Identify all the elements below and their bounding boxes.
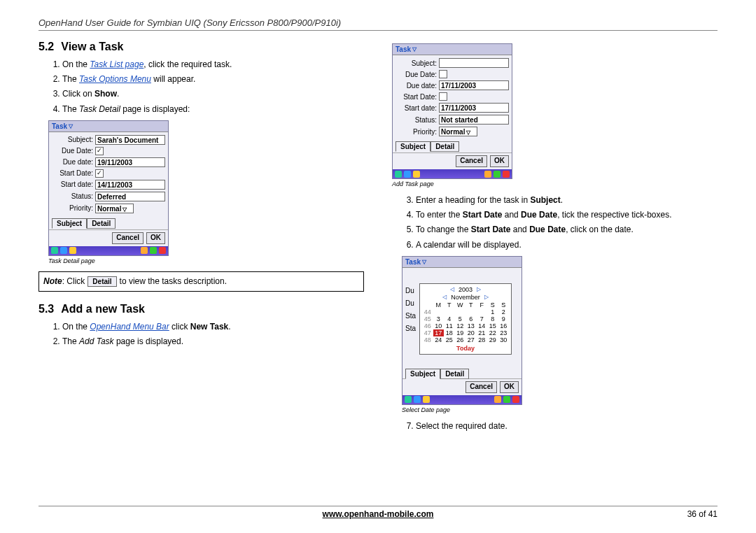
bluetooth-icon — [414, 396, 421, 403]
note-box: Note: Click Detail to view the tasks des… — [38, 271, 364, 292]
battery-icon — [493, 171, 500, 178]
step-5-3-1: On the OpenHand Menu Bar click New Task. — [62, 321, 364, 332]
task-options-menu-link[interactable]: Task Options Menu — [79, 74, 151, 84]
bluetooth-icon — [404, 171, 411, 178]
prev-year-icon[interactable]: ◁ — [450, 286, 454, 292]
select-date-caption: Select Date page — [402, 406, 718, 413]
status-icon — [69, 247, 76, 254]
header-rule — [38, 30, 718, 31]
section-5-2-heading: 5.2View a Task — [38, 41, 364, 53]
ok-button[interactable]: OK — [490, 155, 509, 167]
dropdown-icon: ▽ — [422, 259, 426, 265]
cancel-button[interactable]: Cancel — [456, 155, 487, 167]
signal-icon — [51, 247, 58, 254]
next-month-icon[interactable]: ▷ — [484, 294, 489, 300]
task-detail-screenshot: Task▽ Subject:Sarah's Document Due Date:… — [48, 120, 169, 256]
tab-detail[interactable]: Detail — [440, 369, 469, 379]
close-icon — [159, 247, 166, 254]
tab-subject[interactable]: Subject — [405, 369, 440, 379]
task-detail-caption: Task Detail page — [48, 257, 364, 264]
signal-icon — [405, 396, 412, 403]
steps-5-3-left: On the OpenHand Menu Bar click New Task.… — [38, 321, 364, 347]
calendar-popup[interactable]: ◁2003▷ ◁November▷ MTWTFSS 4412 453456789… — [419, 283, 512, 355]
close-icon — [503, 171, 510, 178]
ok-button[interactable]: OK — [146, 232, 165, 244]
battery-icon — [150, 247, 157, 254]
page-number: 36 of 41 — [687, 509, 718, 519]
calendar-grid[interactable]: MTWTFSS 4412 453456789 4610111213141516 … — [422, 301, 509, 343]
step-5-3-7: Select the required date. — [416, 420, 718, 432]
status-field[interactable]: Not started — [439, 115, 509, 125]
page-footer: www.openhand-mobile.com 36 of 41 — [38, 506, 718, 519]
step-5-3-5: To change the Start Date and Due Date, c… — [416, 224, 718, 235]
phone-statusbar — [402, 395, 522, 404]
subject-field[interactable] — [439, 58, 509, 68]
right-column: Task▽ Subject: Due Date: Due date:17/11/… — [392, 41, 718, 437]
due-date-field[interactable]: 17/11/2003 — [439, 80, 509, 90]
phone-menubar[interactable]: Task▽ — [402, 257, 522, 268]
select-date-screenshot: Task▽ Du Du Sta Sta ◁2003▷ ◁November▷ MT… — [402, 256, 522, 405]
step-5-3-3: Enter a heading for the task in Subject. — [416, 194, 718, 206]
step-5-2-2: The Task Options Menu will appear. — [62, 73, 364, 85]
phone-menubar[interactable]: Task▽ — [49, 121, 168, 132]
phone-statusbar — [49, 246, 168, 255]
task-list-page-link[interactable]: Task List page — [90, 59, 144, 69]
signal-icon — [395, 171, 402, 178]
step-5-2-3: Click on Show. — [62, 88, 364, 99]
steps-5-3-right-2: Select the required date. — [392, 420, 718, 432]
cancel-button[interactable]: Cancel — [112, 232, 144, 244]
footer-site-link[interactable]: www.openhand-mobile.com — [323, 509, 434, 519]
next-year-icon[interactable]: ▷ — [477, 286, 481, 292]
tab-subject[interactable]: Subject — [52, 218, 87, 229]
step-5-2-4: The Task Detail page is displayed: — [62, 104, 364, 115]
ok-button[interactable]: OK — [500, 381, 519, 393]
add-task-screenshot: Task▽ Subject: Due Date: Due date:17/11/… — [392, 43, 512, 179]
step-5-3-4: To enter the Start Date and Due Date, ti… — [416, 209, 718, 220]
dropdown-icon: ▽ — [69, 123, 73, 129]
left-column: 5.2View a Task On the Task List page, cl… — [38, 41, 364, 437]
today-button[interactable]: Today — [422, 345, 509, 352]
tab-subject[interactable]: Subject — [396, 141, 430, 152]
due-date-field[interactable]: 19/11/2003 — [95, 157, 165, 167]
start-date-checkbox[interactable] — [439, 92, 447, 101]
volume-icon — [141, 247, 148, 254]
phone-menubar[interactable]: Task▽ — [393, 44, 512, 55]
tab-detail[interactable]: Detail — [87, 218, 115, 229]
openhand-menu-bar-link[interactable]: OpenHand Menu Bar — [90, 322, 169, 332]
steps-5-3-right: Enter a heading for the task in Subject.… — [392, 194, 718, 250]
status-icon — [423, 396, 430, 403]
phone-statusbar — [393, 169, 512, 178]
step-5-2-1: On the Task List page, click the require… — [62, 59, 364, 70]
prev-month-icon[interactable]: ◁ — [442, 294, 447, 300]
bluetooth-icon — [60, 247, 67, 254]
due-date-checkbox[interactable] — [95, 147, 104, 155]
detail-button-icon: Detail — [88, 276, 116, 287]
tab-detail[interactable]: Detail — [430, 141, 459, 152]
battery-icon — [503, 396, 510, 403]
dropdown-icon: ▽ — [412, 46, 416, 52]
volume-icon — [484, 171, 491, 178]
start-date-field[interactable]: 14/11/2003 — [95, 180, 165, 190]
start-date-field[interactable]: 17/11/2003 — [439, 103, 509, 113]
subject-field[interactable]: Sarah's Document — [95, 135, 165, 145]
priority-field[interactable]: Normal▽ — [95, 204, 134, 213]
volume-icon — [494, 396, 501, 403]
add-task-caption: Add Task page — [392, 180, 718, 187]
status-field[interactable]: Deferred — [95, 192, 165, 201]
status-icon — [413, 171, 420, 178]
priority-field[interactable]: Normal▽ — [439, 127, 477, 136]
step-5-3-6: A calendar will be displayed. — [416, 239, 718, 250]
doc-header: OpenHand User Guide for Symbian UIQ (Son… — [38, 17, 718, 28]
start-date-checkbox[interactable] — [95, 169, 104, 178]
close-icon — [512, 396, 519, 403]
section-5-3-heading: 5.3Add a new Task — [38, 303, 364, 315]
cancel-button[interactable]: Cancel — [465, 381, 497, 393]
steps-5-2: On the Task List page, click the require… — [38, 59, 364, 115]
due-date-checkbox[interactable] — [439, 70, 447, 78]
step-5-3-2: The Add Task page is displayed. — [62, 336, 364, 347]
